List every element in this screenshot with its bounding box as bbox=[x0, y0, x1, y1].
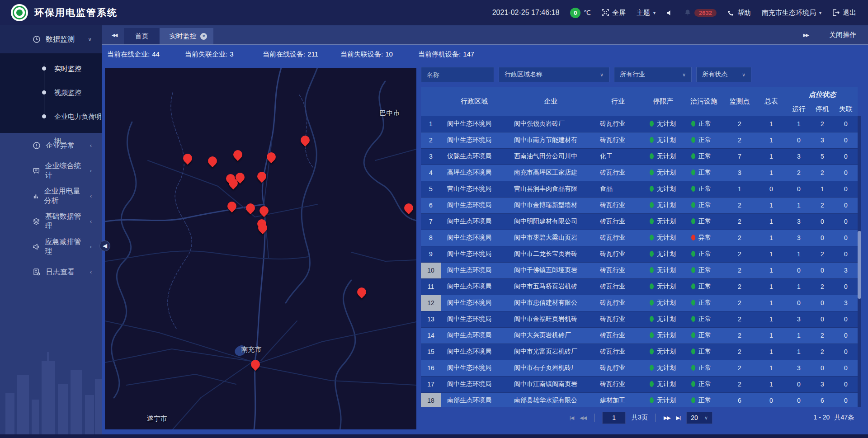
map-pin[interactable] bbox=[226, 200, 238, 212]
last-page-button[interactable]: ▶| bbox=[676, 415, 680, 421]
scroll-tabs-right-icon[interactable]: ▶▶ bbox=[803, 33, 808, 38]
cell-company: 阆中市二龙长宝页岩砖 bbox=[508, 246, 594, 262]
map-pin[interactable] bbox=[258, 204, 270, 217]
caret-down-icon: ▾ bbox=[653, 10, 656, 15]
table-row[interactable]: 8阆中生态环境局阆中市枣碧大梁山页岩砖瓦行业无计划异常21300 bbox=[421, 230, 858, 246]
status-filter-select[interactable]: 所有状态 ∨ bbox=[696, 67, 751, 82]
cell-region: 阆中生态环境局 bbox=[441, 213, 508, 230]
cell-limit-status: 无计划 bbox=[642, 246, 684, 262]
cell-meter: 1 bbox=[755, 148, 787, 165]
cell-stop: 2 bbox=[811, 327, 834, 344]
map-pin[interactable] bbox=[299, 134, 311, 146]
cell-industry: 砖瓦行业 bbox=[594, 132, 642, 148]
map-pin[interactable] bbox=[249, 358, 262, 371]
map-pin[interactable] bbox=[244, 202, 257, 214]
row-index: 15 bbox=[421, 344, 441, 360]
cell-limit-status: 无计划 bbox=[642, 311, 684, 327]
table-row[interactable]: 5营山生态环境局营山县润丰肉食品有限食品无计划正常10010 bbox=[421, 181, 858, 197]
cell-region: 阆中生态环境局 bbox=[441, 262, 508, 278]
sidebar-item-base-data-management[interactable]: 基础数据管理 ‹ bbox=[0, 209, 102, 234]
prev-page-button[interactable]: ◀◀ bbox=[580, 415, 586, 421]
map-pin[interactable] bbox=[206, 155, 219, 167]
notifications-button[interactable]: 2632 bbox=[684, 9, 717, 17]
table-row[interactable]: 1阆中生态环境局阆中强锐页岩砖厂砖瓦行业无计划正常21120 bbox=[421, 116, 858, 132]
stat-offline-devices: 当前失联设备:10 bbox=[340, 50, 418, 59]
table-row[interactable]: 17阆中生态环境局阆中市江南镇阆南页岩砖瓦行业无计划正常21030 bbox=[421, 376, 858, 392]
map-pin[interactable] bbox=[255, 170, 268, 183]
total-pages-label: 共3页 bbox=[632, 414, 648, 422]
map-pin[interactable] bbox=[355, 286, 368, 298]
table-row[interactable]: 18南部生态环境局南部县雄华水泥有限公建材加工无计划正常60060 bbox=[421, 392, 858, 407]
map-pin[interactable] bbox=[231, 148, 244, 161]
sidebar-item-enterprise-statistics[interactable]: 企业综合统计 ‹ bbox=[0, 158, 102, 184]
row-index: 9 bbox=[421, 246, 441, 262]
scrollbar-thumb[interactable] bbox=[858, 231, 861, 299]
theme-menu-button[interactable]: 主题 ▾ bbox=[637, 9, 656, 17]
sidebar-subitem-video-monitor[interactable]: 视频监控 bbox=[0, 80, 102, 104]
table-row[interactable]: 10阆中生态环境局阆中千佛镇五郎垭页岩砖瓦行业无计划正常21003 bbox=[421, 262, 858, 278]
org-menu-button[interactable]: 南充市生态环境局 ▾ bbox=[762, 9, 821, 17]
volume-button[interactable] bbox=[666, 9, 673, 16]
cell-limit-status: 无计划 bbox=[642, 278, 684, 295]
table-container: 行政区域 企业 行业 停限产 治污设施 监测点 总表 点位状态 运行 停机 bbox=[421, 87, 861, 407]
table-row[interactable]: 11阆中生态环境局阆中市五马桥页岩机砖砖瓦行业无计划正常21120 bbox=[421, 278, 858, 295]
table-row[interactable]: 12阆中生态环境局阆中市忠信建材有限公砖瓦行业无计划正常21003 bbox=[421, 295, 858, 311]
cell-company: 阆中大兴页岩机砖厂 bbox=[508, 327, 594, 344]
name-filter-input[interactable] bbox=[421, 67, 494, 82]
map-collapse-button[interactable]: ◀ bbox=[99, 240, 110, 251]
cell-stop: 2 bbox=[811, 344, 834, 360]
table-row[interactable]: 16阆中生态环境局阆中市石子页岩机砖厂砖瓦行业无计划正常21300 bbox=[421, 360, 858, 376]
first-page-button[interactable]: |◀ bbox=[570, 415, 574, 421]
map-pin[interactable] bbox=[265, 151, 278, 163]
cell-monitor: 2 bbox=[724, 327, 755, 344]
table-row[interactable]: 9阆中生态环境局阆中市二龙长宝页岩砖砖瓦行业无计划正常21120 bbox=[421, 246, 858, 262]
status-dot bbox=[691, 397, 695, 403]
map-panel[interactable]: 巴中市南充市遂宁市 bbox=[105, 68, 416, 429]
region-filter-select[interactable]: 行政区域名称 ∨ bbox=[499, 67, 609, 82]
subitem-label: 实时监控 bbox=[54, 65, 81, 72]
enterprise-table: 行政区域 企业 行业 停限产 治污设施 监测点 总表 点位状态 运行 停机 bbox=[421, 87, 858, 407]
table-row[interactable]: 2阆中生态环境局阆中市南方节能建材有砖瓦行业无计划正常21030 bbox=[421, 132, 858, 148]
sidebar-subitem-power-load-detail[interactable]: 企业电力负荷明细 bbox=[0, 104, 102, 128]
table-row[interactable]: 7阆中生态环境局阆中明阳建材有限公司砖瓦行业无计划正常21300 bbox=[421, 213, 858, 230]
cell-facility-status: 正常 bbox=[684, 116, 724, 132]
help-button[interactable]: 帮助 bbox=[727, 9, 751, 17]
sidebar-item-emergency-reduction[interactable]: 应急减排管理 ‹ bbox=[0, 234, 102, 259]
status-dot bbox=[691, 153, 695, 159]
close-operations-button[interactable]: 关闭操作 bbox=[829, 31, 856, 39]
scroll-tabs-left-icon[interactable]: ◀◀ bbox=[112, 33, 117, 38]
sidebar-item-enterprise-abnormal[interactable]: 企业异常 ‹ bbox=[0, 133, 102, 158]
tab-label: 首页 bbox=[135, 32, 148, 40]
map-pin[interactable] bbox=[181, 152, 194, 165]
cell-meter: 1 bbox=[755, 278, 787, 295]
close-tab-icon[interactable]: ✕ bbox=[200, 33, 207, 40]
fullscreen-button[interactable]: 全屏 bbox=[602, 9, 626, 17]
map-city-label: 巴中市 bbox=[380, 109, 400, 118]
industry-filter-select[interactable]: 所有行业 ∨ bbox=[614, 67, 692, 82]
table-scrollbar[interactable] bbox=[858, 116, 861, 407]
next-page-button[interactable]: ▶▶ bbox=[664, 415, 670, 421]
col-header-lost: 失联 bbox=[834, 102, 858, 116]
sidebar-item-log-view[interactable]: 日志查看 ‹ bbox=[0, 259, 102, 285]
tab-realtime-monitor[interactable]: 实时监控 ✕ bbox=[160, 28, 213, 44]
cell-limit-status: 无计划 bbox=[642, 197, 684, 213]
row-index: 7 bbox=[421, 213, 441, 230]
table-row[interactable]: 15阆中生态环境局阆中市光富页岩机砖厂砖瓦行业无计划正常21120 bbox=[421, 344, 858, 360]
logout-button[interactable]: 退出 bbox=[832, 9, 856, 17]
table-row[interactable]: 6阆中生态环境局阆中市金博瑞新型墙材砖瓦行业无计划正常21120 bbox=[421, 197, 858, 213]
table-row[interactable]: 4高坪生态环境局南充市高坪区王家店建砖瓦行业无计划正常31220 bbox=[421, 165, 858, 181]
status-dot bbox=[691, 300, 695, 306]
table-row[interactable]: 3仪陇生态环境局西南油气田分公司川中化工无计划正常71350 bbox=[421, 148, 858, 165]
page-size-select[interactable]: 20 ∨ bbox=[686, 412, 712, 424]
tab-home[interactable]: 首页 bbox=[124, 28, 159, 44]
table-row[interactable]: 13阆中生态环境局阆中市金福旺页岩机砖砖瓦行业无计划正常21300 bbox=[421, 311, 858, 327]
sidebar-subitem-realtime-monitor[interactable]: 实时监控 bbox=[0, 57, 102, 80]
subitem-label: 视频监控 bbox=[54, 89, 81, 96]
cell-company: 南充市高坪区王家店建 bbox=[508, 165, 594, 181]
sidebar-item-data-monitoring[interactable]: 数据监测 ∨ bbox=[0, 25, 102, 53]
sidebar-item-power-usage-analysis[interactable]: 企业用电量分析 ‹ bbox=[0, 184, 102, 209]
table-row[interactable]: 14阆中生态环境局阆中大兴页岩机砖厂砖瓦行业无计划正常21120 bbox=[421, 327, 858, 344]
logout-label: 退出 bbox=[843, 9, 856, 17]
map-pin[interactable] bbox=[402, 202, 415, 214]
page-number-input[interactable] bbox=[602, 412, 626, 424]
